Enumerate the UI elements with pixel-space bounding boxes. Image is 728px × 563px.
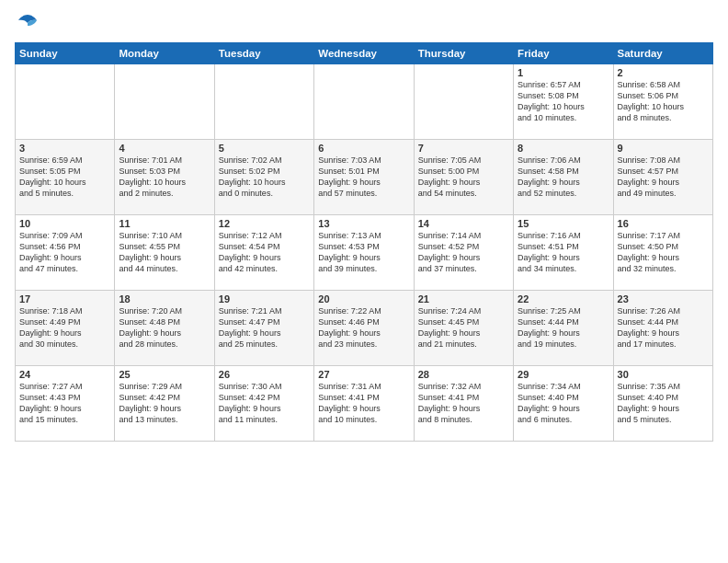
calendar-cell: 13Sunrise: 7:13 AM Sunset: 4:53 PM Dayli… xyxy=(314,215,414,291)
weekday-header-thursday: Thursday xyxy=(414,43,513,64)
calendar-cell: 12Sunrise: 7:12 AM Sunset: 4:54 PM Dayli… xyxy=(214,215,313,291)
day-number: 29 xyxy=(518,369,609,380)
calendar-cell: 15Sunrise: 7:16 AM Sunset: 4:51 PM Dayli… xyxy=(514,215,613,291)
day-number: 11 xyxy=(119,218,210,229)
calendar-cell: 27Sunrise: 7:31 AM Sunset: 4:41 PM Dayli… xyxy=(314,366,414,442)
day-number: 20 xyxy=(318,293,409,304)
day-info: Sunrise: 7:13 AM Sunset: 4:53 PM Dayligh… xyxy=(318,230,409,275)
weekday-header-friday: Friday xyxy=(514,43,613,64)
day-info: Sunrise: 7:35 AM Sunset: 4:40 PM Dayligh… xyxy=(618,381,709,426)
day-number: 8 xyxy=(518,143,609,154)
day-number: 17 xyxy=(19,293,110,304)
calendar-cell: 8Sunrise: 7:06 AM Sunset: 4:58 PM Daylig… xyxy=(514,140,613,215)
day-number: 24 xyxy=(19,369,110,380)
day-number: 13 xyxy=(318,218,409,229)
day-info: Sunrise: 7:24 AM Sunset: 4:45 PM Dayligh… xyxy=(418,305,509,350)
weekday-header-wednesday: Wednesday xyxy=(314,43,414,64)
day-info: Sunrise: 7:27 AM Sunset: 4:43 PM Dayligh… xyxy=(19,381,110,426)
day-number: 26 xyxy=(219,369,310,380)
day-info: Sunrise: 7:20 AM Sunset: 4:48 PM Dayligh… xyxy=(119,305,210,350)
day-info: Sunrise: 7:26 AM Sunset: 4:44 PM Dayligh… xyxy=(618,305,709,350)
day-info: Sunrise: 7:34 AM Sunset: 4:40 PM Dayligh… xyxy=(518,381,609,426)
day-info: Sunrise: 7:22 AM Sunset: 4:46 PM Dayligh… xyxy=(318,305,409,350)
weekday-header-tuesday: Tuesday xyxy=(214,43,313,64)
day-info: Sunrise: 7:25 AM Sunset: 4:44 PM Dayligh… xyxy=(518,305,609,350)
calendar-cell xyxy=(314,64,414,140)
day-info: Sunrise: 7:18 AM Sunset: 4:49 PM Dayligh… xyxy=(19,305,110,350)
calendar-cell: 7Sunrise: 7:05 AM Sunset: 5:00 PM Daylig… xyxy=(414,140,513,215)
day-info: Sunrise: 7:31 AM Sunset: 4:41 PM Dayligh… xyxy=(318,381,409,426)
day-number: 16 xyxy=(618,218,709,229)
calendar-cell: 26Sunrise: 7:30 AM Sunset: 4:42 PM Dayli… xyxy=(214,366,313,442)
day-number: 25 xyxy=(119,369,210,380)
day-info: Sunrise: 7:01 AM Sunset: 5:03 PM Dayligh… xyxy=(119,155,210,200)
day-number: 10 xyxy=(19,218,110,229)
calendar-cell: 10Sunrise: 7:09 AM Sunset: 4:56 PM Dayli… xyxy=(16,215,115,291)
day-info: Sunrise: 7:03 AM Sunset: 5:01 PM Dayligh… xyxy=(318,155,409,200)
day-info: Sunrise: 7:17 AM Sunset: 4:50 PM Dayligh… xyxy=(618,230,709,275)
day-number: 27 xyxy=(318,369,409,380)
calendar-cell xyxy=(214,64,313,140)
calendar-cell: 19Sunrise: 7:21 AM Sunset: 4:47 PM Dayli… xyxy=(214,291,313,366)
calendar-cell: 9Sunrise: 7:08 AM Sunset: 4:57 PM Daylig… xyxy=(613,140,712,215)
calendar-cell: 18Sunrise: 7:20 AM Sunset: 4:48 PM Dayli… xyxy=(115,291,214,366)
logo xyxy=(15,11,44,37)
day-number: 19 xyxy=(219,293,310,304)
day-number: 21 xyxy=(418,293,509,304)
day-number: 6 xyxy=(318,143,409,154)
page-container: SundayMondayTuesdayWednesdayThursdayFrid… xyxy=(0,0,728,449)
day-info: Sunrise: 6:59 AM Sunset: 5:05 PM Dayligh… xyxy=(19,155,110,200)
day-info: Sunrise: 7:21 AM Sunset: 4:47 PM Dayligh… xyxy=(219,305,310,350)
calendar-cell: 6Sunrise: 7:03 AM Sunset: 5:01 PM Daylig… xyxy=(314,140,414,215)
calendar-cell: 14Sunrise: 7:14 AM Sunset: 4:52 PM Dayli… xyxy=(414,215,513,291)
calendar-cell: 2Sunrise: 6:58 AM Sunset: 5:06 PM Daylig… xyxy=(613,64,712,140)
calendar-week-3: 10Sunrise: 7:09 AM Sunset: 4:56 PM Dayli… xyxy=(16,215,713,291)
day-number: 9 xyxy=(618,143,709,154)
calendar-cell: 17Sunrise: 7:18 AM Sunset: 4:49 PM Dayli… xyxy=(16,291,115,366)
calendar-week-4: 17Sunrise: 7:18 AM Sunset: 4:49 PM Dayli… xyxy=(16,291,713,366)
day-number: 22 xyxy=(518,293,609,304)
day-number: 15 xyxy=(518,218,609,229)
day-info: Sunrise: 7:32 AM Sunset: 4:41 PM Dayligh… xyxy=(418,381,509,426)
calendar-cell xyxy=(414,64,513,140)
day-number: 28 xyxy=(418,369,509,380)
day-info: Sunrise: 7:10 AM Sunset: 4:55 PM Dayligh… xyxy=(119,230,210,275)
calendar-cell: 4Sunrise: 7:01 AM Sunset: 5:03 PM Daylig… xyxy=(115,140,214,215)
calendar-cell: 1Sunrise: 6:57 AM Sunset: 5:08 PM Daylig… xyxy=(514,64,613,140)
calendar-cell: 5Sunrise: 7:02 AM Sunset: 5:02 PM Daylig… xyxy=(214,140,313,215)
logo-icon xyxy=(15,11,40,37)
day-info: Sunrise: 7:09 AM Sunset: 4:56 PM Dayligh… xyxy=(19,230,110,275)
day-info: Sunrise: 7:05 AM Sunset: 5:00 PM Dayligh… xyxy=(418,155,509,200)
day-info: Sunrise: 7:02 AM Sunset: 5:02 PM Dayligh… xyxy=(219,155,310,200)
calendar-cell: 16Sunrise: 7:17 AM Sunset: 4:50 PM Dayli… xyxy=(613,215,712,291)
calendar-week-5: 24Sunrise: 7:27 AM Sunset: 4:43 PM Dayli… xyxy=(16,366,713,442)
day-number: 30 xyxy=(618,369,709,380)
calendar-cell: 20Sunrise: 7:22 AM Sunset: 4:46 PM Dayli… xyxy=(314,291,414,366)
calendar-cell xyxy=(115,64,214,140)
day-info: Sunrise: 7:08 AM Sunset: 4:57 PM Dayligh… xyxy=(618,155,709,200)
weekday-header-row: SundayMondayTuesdayWednesdayThursdayFrid… xyxy=(16,43,713,64)
day-info: Sunrise: 7:29 AM Sunset: 4:42 PM Dayligh… xyxy=(119,381,210,426)
day-info: Sunrise: 7:06 AM Sunset: 4:58 PM Dayligh… xyxy=(518,155,609,200)
day-number: 1 xyxy=(518,67,609,78)
day-info: Sunrise: 6:57 AM Sunset: 5:08 PM Dayligh… xyxy=(518,79,609,124)
calendar-cell: 30Sunrise: 7:35 AM Sunset: 4:40 PM Dayli… xyxy=(613,366,712,442)
day-info: Sunrise: 7:14 AM Sunset: 4:52 PM Dayligh… xyxy=(418,230,509,275)
day-number: 23 xyxy=(618,293,709,304)
calendar-cell: 21Sunrise: 7:24 AM Sunset: 4:45 PM Dayli… xyxy=(414,291,513,366)
calendar-cell: 22Sunrise: 7:25 AM Sunset: 4:44 PM Dayli… xyxy=(514,291,613,366)
calendar-cell: 23Sunrise: 7:26 AM Sunset: 4:44 PM Dayli… xyxy=(613,291,712,366)
calendar-week-1: 1Sunrise: 6:57 AM Sunset: 5:08 PM Daylig… xyxy=(16,64,713,140)
day-info: Sunrise: 7:30 AM Sunset: 4:42 PM Dayligh… xyxy=(219,381,310,426)
day-info: Sunrise: 7:12 AM Sunset: 4:54 PM Dayligh… xyxy=(219,230,310,275)
weekday-header-sunday: Sunday xyxy=(16,43,115,64)
day-number: 14 xyxy=(418,218,509,229)
weekday-header-monday: Monday xyxy=(115,43,214,64)
calendar-cell: 3Sunrise: 6:59 AM Sunset: 5:05 PM Daylig… xyxy=(16,140,115,215)
calendar-cell xyxy=(16,64,115,140)
calendar-cell: 11Sunrise: 7:10 AM Sunset: 4:55 PM Dayli… xyxy=(115,215,214,291)
day-info: Sunrise: 6:58 AM Sunset: 5:06 PM Dayligh… xyxy=(618,79,709,124)
day-number: 4 xyxy=(119,143,210,154)
calendar-cell: 24Sunrise: 7:27 AM Sunset: 4:43 PM Dayli… xyxy=(16,366,115,442)
calendar-week-2: 3Sunrise: 6:59 AM Sunset: 5:05 PM Daylig… xyxy=(16,140,713,215)
